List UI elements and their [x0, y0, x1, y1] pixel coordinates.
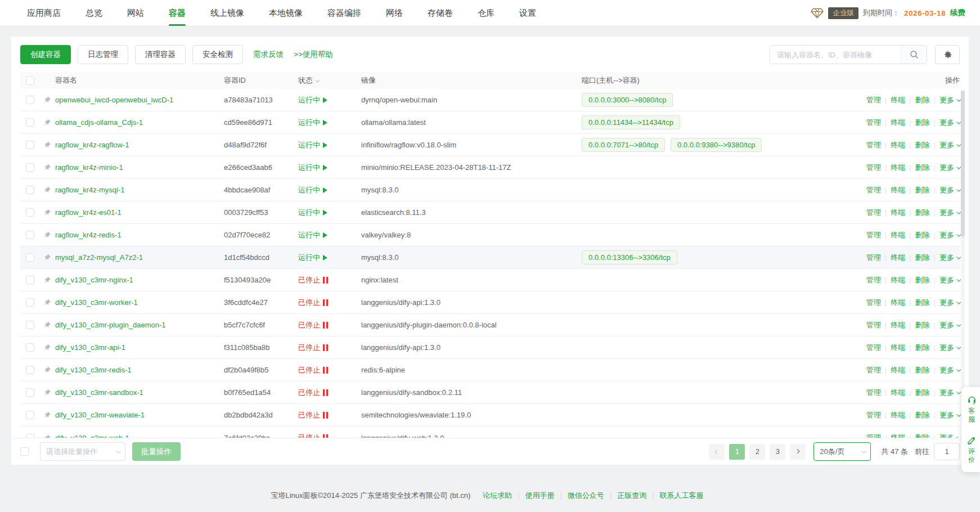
action-more[interactable]: 更多: [939, 185, 960, 195]
action-terminal[interactable]: 终端: [891, 365, 905, 375]
select-all-checkbox[interactable]: [26, 77, 34, 85]
action-delete[interactable]: 删除: [915, 163, 930, 173]
tab-线上镜像[interactable]: 线上镜像: [198, 0, 257, 26]
action-delete[interactable]: 删除: [915, 388, 930, 398]
action-terminal[interactable]: 终端: [891, 388, 905, 398]
tab-容器编排[interactable]: 容器编排: [315, 0, 374, 26]
tab-设置[interactable]: 设置: [507, 0, 549, 26]
action-terminal[interactable]: 终端: [891, 275, 905, 285]
feedback-link[interactable]: 需求反馈: [253, 50, 284, 60]
action-delete[interactable]: 删除: [915, 118, 930, 128]
action-terminal[interactable]: 终端: [891, 163, 905, 173]
review-button[interactable]: 评价: [967, 436, 976, 464]
row-checkbox[interactable]: [26, 231, 34, 239]
row-checkbox[interactable]: [26, 208, 34, 217]
container-name-link[interactable]: dify_v130_c3mr-redis-1: [55, 366, 132, 374]
search-input[interactable]: [770, 46, 901, 64]
action-manage[interactable]: 管理: [866, 118, 881, 128]
prev-page-button[interactable]: [709, 444, 725, 460]
container-name-link[interactable]: dify_v130_c3mr-worker-1: [55, 298, 138, 307]
tab-本地镜像[interactable]: 本地镜像: [257, 0, 315, 26]
footer-link-正版查询[interactable]: 正版查询: [617, 491, 646, 500]
action-more[interactable]: 更多: [939, 410, 960, 420]
action-delete[interactable]: 删除: [915, 320, 930, 330]
action-more[interactable]: 更多: [939, 140, 960, 150]
action-delete[interactable]: 删除: [915, 298, 930, 308]
help-link[interactable]: >>使用帮助: [294, 50, 333, 60]
container-name-link[interactable]: ragflow_kr4z-es01-1: [55, 208, 122, 217]
action-manage[interactable]: 管理: [866, 365, 881, 375]
container-name-link[interactable]: dify_v130_c3mr-sandbox-1: [55, 388, 143, 397]
tab-网站[interactable]: 网站: [115, 0, 156, 26]
action-delete[interactable]: 删除: [915, 140, 930, 150]
page-button-3[interactable]: 3: [770, 444, 785, 460]
action-more[interactable]: 更多: [939, 298, 960, 308]
container-name-link[interactable]: ragflow_kr4z-redis-1: [55, 231, 122, 239]
security-check-button[interactable]: 安全检测: [192, 45, 243, 64]
action-more[interactable]: 更多: [939, 208, 960, 218]
container-name-link[interactable]: dify_v130_c3mr-api-1: [55, 343, 125, 352]
action-terminal[interactable]: 终端: [891, 230, 905, 240]
row-checkbox[interactable]: [26, 276, 34, 284]
container-name-link[interactable]: mysql_a7z2-mysql_A7z2-1: [55, 253, 143, 262]
action-more[interactable]: 更多: [939, 253, 960, 263]
action-terminal[interactable]: 终端: [891, 140, 905, 150]
action-terminal[interactable]: 终端: [891, 410, 905, 420]
row-checkbox[interactable]: [26, 321, 34, 329]
container-name-link[interactable]: dify_v130_c3mr-weaviate-1: [55, 411, 145, 419]
row-checkbox[interactable]: [26, 366, 34, 374]
action-more[interactable]: 更多: [939, 275, 960, 285]
batch-operation-select[interactable]: 请选择批量操作: [40, 442, 125, 461]
header-status[interactable]: 状态: [298, 75, 361, 86]
tab-仓库[interactable]: 仓库: [465, 0, 507, 26]
action-more[interactable]: 更多: [939, 163, 960, 173]
action-manage[interactable]: 管理: [866, 163, 881, 173]
page-button-2[interactable]: 2: [749, 444, 765, 460]
row-checkbox[interactable]: [26, 118, 34, 127]
action-manage[interactable]: 管理: [866, 320, 881, 330]
row-checkbox[interactable]: [26, 163, 34, 172]
next-page-button[interactable]: [790, 444, 806, 460]
action-terminal[interactable]: 终端: [891, 343, 905, 353]
action-delete[interactable]: 删除: [915, 275, 930, 285]
action-delete[interactable]: 删除: [915, 95, 930, 105]
action-terminal[interactable]: 终端: [891, 185, 905, 195]
action-manage[interactable]: 管理: [866, 298, 881, 308]
action-delete[interactable]: 删除: [915, 365, 930, 375]
footer-link-使用手册[interactable]: 使用手册: [525, 491, 554, 500]
container-name-link[interactable]: dify_v130_c3mr-plugin_daemon-1: [55, 321, 166, 329]
action-manage[interactable]: 管理: [866, 253, 881, 263]
goto-page-input[interactable]: [934, 443, 960, 460]
action-delete[interactable]: 删除: [915, 253, 930, 263]
footer-link-微信公众号[interactable]: 微信公众号: [568, 491, 604, 500]
row-checkbox[interactable]: [26, 411, 34, 419]
table-scrollbar-thumb[interactable]: [961, 91, 965, 237]
row-checkbox[interactable]: [26, 343, 34, 352]
action-manage[interactable]: 管理: [866, 343, 881, 353]
action-more[interactable]: 更多: [939, 365, 960, 375]
tab-容器[interactable]: 容器: [156, 0, 198, 26]
action-more[interactable]: 更多: [939, 118, 960, 128]
container-name-link[interactable]: ragflow_kr4z-minio-1: [55, 163, 123, 172]
action-more[interactable]: 更多: [939, 343, 960, 353]
footer-link-联系人工客服[interactable]: 联系人工客服: [660, 491, 704, 500]
container-name-link[interactable]: ragflow_kr4z-mysql-1: [55, 186, 125, 194]
action-manage[interactable]: 管理: [866, 208, 881, 218]
page-button-1[interactable]: 1: [729, 444, 745, 460]
action-terminal[interactable]: 终端: [891, 118, 905, 128]
clean-containers-button[interactable]: 清理容器: [135, 45, 186, 64]
container-name-link[interactable]: openwebui_iwcd-openwebui_iwcD-1: [55, 96, 173, 104]
page-size-select[interactable]: 20条/页: [813, 442, 871, 461]
action-manage[interactable]: 管理: [866, 95, 881, 105]
action-delete[interactable]: 删除: [915, 343, 930, 353]
action-delete[interactable]: 删除: [915, 208, 930, 218]
action-terminal[interactable]: 终端: [891, 320, 905, 330]
action-manage[interactable]: 管理: [866, 230, 881, 240]
action-terminal[interactable]: 终端: [891, 95, 905, 105]
search-button[interactable]: [901, 46, 927, 64]
action-delete[interactable]: 删除: [915, 410, 930, 420]
row-checkbox[interactable]: [26, 388, 34, 397]
batch-select-all-checkbox[interactable]: [20, 447, 29, 456]
tab-存储卷[interactable]: 存储卷: [415, 0, 465, 26]
renew-link[interactable]: 续费: [950, 8, 965, 18]
